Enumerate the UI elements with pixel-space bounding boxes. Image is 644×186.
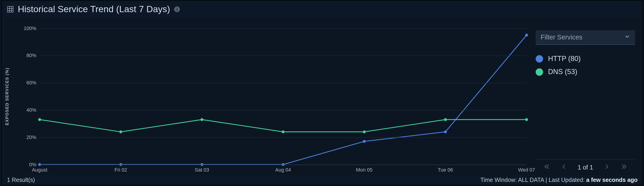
separator: | — [544, 176, 549, 183]
pager-first-button[interactable] — [544, 164, 550, 171]
x-tick: Wed 07 — [518, 167, 535, 173]
panel: Historical Service Trend (Last 7 Days) i… — [2, 0, 643, 185]
x-tick: Aug 04 — [275, 167, 291, 173]
chevron-down-icon — [624, 34, 630, 41]
filter-services-dropdown[interactable]: Filter Services — [536, 30, 635, 45]
y-tick: 100% — [24, 26, 36, 31]
gridline — [40, 164, 526, 165]
data-point[interactable] — [525, 34, 528, 37]
y-tick: 20% — [26, 134, 36, 140]
gridline — [40, 83, 526, 83]
x-tick: Fri 02 — [114, 167, 127, 173]
legend-swatch — [536, 55, 543, 62]
updated-value: a few seconds ago — [586, 176, 638, 183]
gridline — [40, 138, 526, 138]
gridline — [40, 110, 526, 110]
panel-title: Historical Service Trend (Last 7 Days) — [18, 4, 170, 15]
plot: 0%20%40%60%80%100%AugustFri 02Sat 03Aug … — [40, 28, 526, 164]
legend-item[interactable]: DNS (53) — [536, 65, 635, 79]
footer: 1 Result(s) Time Window: ALL DATA | Last… — [2, 175, 642, 184]
x-tick: Sat 03 — [195, 167, 209, 173]
data-point[interactable] — [363, 130, 366, 134]
data-point[interactable] — [282, 130, 285, 134]
filter-label: Filter Services — [540, 34, 582, 41]
pager: 1 of 1 — [536, 159, 635, 171]
side-panel: Filter Services HTTP (80)DNS (53) 1 of 1 — [531, 18, 640, 175]
pager-last-button[interactable] — [621, 164, 627, 171]
pager-next-button[interactable] — [604, 164, 610, 171]
y-tick: 0% — [29, 162, 36, 168]
pager-text: 1 of 1 — [578, 164, 593, 171]
info-icon[interactable]: i — [174, 6, 180, 12]
time-window-label: Time Window: — [480, 176, 518, 183]
data-point[interactable] — [444, 130, 447, 134]
series-line[interactable] — [40, 35, 526, 164]
footer-status: Time Window: ALL DATA | Last Updated: a … — [480, 176, 638, 183]
chart-grid-icon — [7, 6, 14, 12]
gridline — [40, 56, 526, 56]
legend: HTTP (80)DNS (53) — [536, 52, 635, 79]
panel-header: Historical Service Trend (Last 7 Days) i — [2, 1, 642, 16]
y-tick: 80% — [26, 53, 36, 58]
data-point[interactable] — [120, 130, 122, 134]
svg-rect-0 — [7, 6, 13, 12]
series-line[interactable] — [40, 120, 526, 132]
data-point[interactable] — [200, 118, 204, 121]
legend-label: DNS (53) — [548, 68, 577, 76]
chart-area: EXPOSED SERVICES (%) 0%20%40%60%80%100%A… — [4, 18, 531, 175]
data-point[interactable] — [444, 118, 447, 121]
data-point[interactable] — [525, 118, 528, 121]
y-tick: 40% — [26, 107, 36, 113]
x-tick: August — [32, 167, 47, 173]
panel-body: EXPOSED SERVICES (%) 0%20%40%60%80%100%A… — [4, 18, 640, 175]
results-count: 1 Result(s) — [7, 176, 35, 183]
data-point[interactable] — [363, 140, 366, 143]
time-window-value: ALL DATA — [518, 176, 544, 183]
y-tick: 60% — [26, 80, 36, 86]
data-point[interactable] — [38, 118, 41, 121]
legend-label: HTTP (80) — [548, 55, 580, 63]
line-chart-svg — [40, 28, 526, 164]
updated-label: Last Updated: — [549, 176, 586, 183]
legend-item[interactable]: HTTP (80) — [536, 52, 635, 66]
x-tick: Tue 06 — [438, 167, 453, 173]
legend-swatch — [536, 68, 543, 76]
y-axis-label: EXPOSED SERVICES (%) — [5, 68, 10, 126]
x-tick: Mon 05 — [356, 167, 372, 173]
pager-prev-button[interactable] — [561, 164, 566, 171]
gridline — [40, 28, 526, 29]
